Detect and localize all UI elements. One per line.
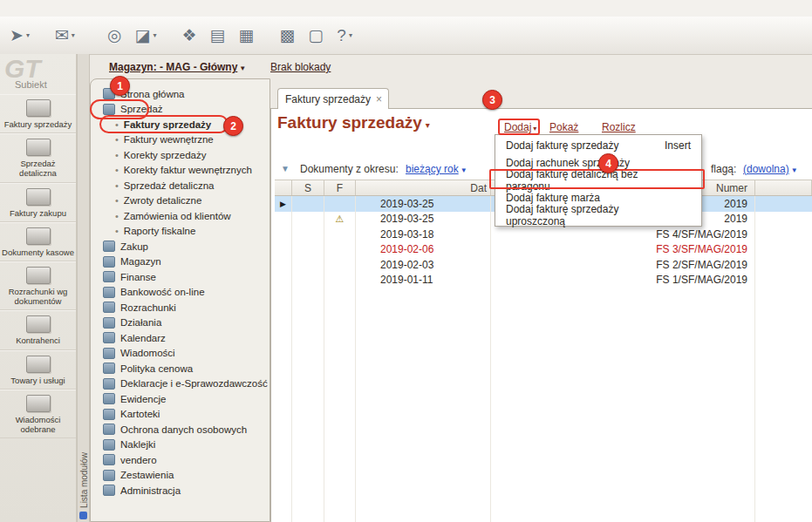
chevron-down-icon: ▾	[153, 31, 156, 39]
menu-item-shortcut: Insert	[652, 139, 691, 152]
sidebar-module[interactable]: Faktury zakupu	[0, 183, 76, 222]
modules-strip-icon[interactable]	[79, 512, 87, 519]
tree-item[interactable]: • Magazyn	[91, 254, 270, 270]
cell-s	[292, 227, 324, 242]
tree-item[interactable]: • Zakup	[91, 239, 270, 254]
sidebar-module[interactable]: Faktury sprzedaży	[0, 94, 76, 133]
menubar-item[interactable]	[2, 7, 19, 10]
toolbar-button[interactable]: ◪ ▾	[130, 21, 160, 51]
tree-item-label: Magazyn	[120, 256, 161, 267]
table-row[interactable]: ▶ ⚠ 2019-01-11 FS 1/SF/MAG/2019	[275, 273, 812, 288]
menubar-item[interactable]	[106, 7, 124, 10]
sales-invoices-icon	[26, 99, 51, 117]
tree-item[interactable]: • Ewidencje	[91, 391, 270, 407]
actions-icon	[103, 317, 115, 329]
modules-strip[interactable]: Lista modułów	[77, 54, 90, 522]
sidebar-module-label: Rozrachunki wg dokumentów	[2, 287, 74, 306]
toolbar-button[interactable]: ➤ ▾	[5, 21, 34, 51]
tree-item[interactable]: • Ochrona danych osobowych	[91, 422, 270, 437]
annotation-marker-2: 2	[223, 116, 243, 136]
menubar-item[interactable]	[72, 7, 89, 10]
flag-filter-value[interactable]: (dowolna)▼	[743, 163, 798, 175]
warning-icon: ⚠	[336, 214, 345, 225]
menu-item[interactable]: Dodaj fakturę sprzedaży Insert	[495, 137, 701, 154]
close-icon[interactable]: ×	[371, 93, 382, 105]
tree-item[interactable]: • Działania	[91, 315, 270, 331]
table-row[interactable]: ▶ ⚠ 2019-03-18 FS 4/SF/MAG/2019	[275, 227, 812, 242]
tab-label: Faktury sprzedaży	[285, 93, 371, 105]
table-row[interactable]: ▶ ⚠ 2019-02-06 FS 3/SF/MAG/2019	[275, 242, 812, 258]
sidebar-module-label: Wiadomości odebrane	[2, 415, 74, 434]
tree-item[interactable]: • Finanse	[91, 269, 270, 285]
table-row[interactable]: ▶ ⚠ 2019-02-03 FS 2/SF/MAG/2019	[275, 257, 812, 273]
tree-item[interactable]: • Raporty fiskalne	[91, 224, 270, 240]
invoices-table: S F Dat Numer ▶ ⚠ 2019-03-25 2019 ▶ ⚠ 20…	[275, 180, 812, 522]
sidebar-module[interactable]: Sprzedaż detaliczna	[0, 133, 76, 182]
cell-s	[292, 242, 324, 258]
tree-item-label: Korekty faktur wewnętrznych	[124, 165, 252, 175]
toolbar-button[interactable]: ▩ ▾	[275, 21, 299, 51]
toolbar-button[interactable]: ▢ ▾	[304, 21, 328, 51]
tree-item[interactable]: • Kartoteki	[91, 407, 270, 423]
tree-item[interactable]: • Korekty faktur wewnętrznych	[91, 163, 270, 179]
tree-item-label: Rozrachunki	[120, 302, 176, 313]
sidebar-module-label: Faktury sprzedaży	[4, 119, 72, 129]
tree-item[interactable]: • Deklaracje i e-Sprawozdawczość	[91, 376, 270, 392]
flag-filter-label: flagą:	[711, 163, 736, 175]
tree-item[interactable]: • Faktury wewnętrzne	[91, 132, 270, 148]
sidebar-module-label: Kontrahenci	[16, 336, 60, 345]
tree-item[interactable]: • vendero	[91, 452, 270, 468]
menu-item[interactable]: Dodaj fakturę sprzedaży uproszczoną	[495, 207, 701, 224]
tree-item-label: Bankowość on-line	[120, 287, 205, 297]
sidebar-module[interactable]: Rozrachunki wg dokumentów	[0, 261, 76, 310]
tree-item[interactable]: • Rozrachunki	[91, 300, 270, 315]
tree-item-label: Faktury wewnętrzne	[124, 134, 214, 145]
sidebar-module[interactable]: Wiadomości odebrane	[0, 390, 76, 438]
cell-f: ⚠	[324, 227, 356, 242]
tree-item-label: Zwroty detaliczne	[124, 195, 201, 206]
menubar-item[interactable]	[89, 7, 106, 10]
sidebar-module[interactable]: Towary i usługi	[0, 350, 76, 390]
cell-date: 2019-02-06	[356, 242, 491, 258]
menubar-item[interactable]	[37, 7, 54, 10]
tab-faktury-sprzedazy[interactable]: Faktury sprzedaży ×	[277, 88, 389, 109]
sidebar-module[interactable]: Dokumenty kasowe	[0, 222, 76, 261]
tree-item[interactable]: • Korekty sprzedaży	[91, 147, 270, 163]
modules-strip-label: Lista modułów	[79, 452, 89, 508]
tree-item-label: Strona główna	[120, 89, 185, 99]
annotation-marker-3: 3	[482, 90, 502, 110]
toolbar-button[interactable]: ❖ ▾	[177, 21, 201, 51]
pokaz-menu-button[interactable]: Pokaż	[549, 121, 578, 133]
tree-item[interactable]: • Administracja	[91, 483, 270, 498]
tree-item[interactable]: • Sprzedaż detaliczna	[91, 178, 270, 193]
warehouse-selector[interactable]: Magazyn: - MAG - Główny▼	[109, 61, 246, 73]
purchase-icon	[103, 241, 115, 252]
filter-icon[interactable]: ▼	[281, 164, 290, 173]
toolbar-button[interactable]: ▤ ▾	[205, 21, 229, 51]
tree-item[interactable]: • Zestawienia	[91, 468, 270, 484]
tree-item[interactable]: • Kalendarz	[91, 330, 270, 346]
toolbar-button[interactable]: ✉ ▾	[51, 21, 79, 51]
selected-row-arrow-icon: ▶	[280, 200, 286, 208]
menubar-item[interactable]	[19, 7, 37, 10]
tree-item[interactable]: • Naklejki	[91, 437, 270, 453]
period-filter-value[interactable]: bieżący rok▼	[406, 163, 467, 175]
toolbar-button[interactable]: ▦ ▾	[234, 21, 258, 51]
rozlicz-menu-button[interactable]: Rozlicz	[602, 121, 636, 133]
toolbar-button[interactable]: ◎ ▾	[103, 21, 126, 51]
header-col-s[interactable]: S	[292, 180, 324, 195]
tree-item[interactable]: • Polityka cenowa	[91, 361, 270, 376]
toolbar-button[interactable]: ? ▾	[332, 21, 357, 51]
header-col-data[interactable]: Dat	[356, 180, 491, 195]
tree-item[interactable]: • Zwroty detaliczne	[91, 193, 270, 209]
menubar-item[interactable]	[54, 7, 72, 10]
tree-item[interactable]: • Zamówienia od klientów	[91, 208, 270, 224]
header-col-f[interactable]: F	[324, 180, 356, 195]
tree-item[interactable]: • Bankowość on-line	[91, 285, 270, 301]
sidebar-module[interactable]: Kontrahenci	[0, 310, 76, 349]
administration-icon	[103, 485, 115, 496]
chevron-down-icon[interactable]: ▾	[426, 120, 430, 130]
lock-status-link[interactable]: Brak blokady	[270, 61, 331, 73]
cell-rest	[755, 227, 812, 242]
tree-item[interactable]: • Wiadomości	[91, 346, 270, 362]
